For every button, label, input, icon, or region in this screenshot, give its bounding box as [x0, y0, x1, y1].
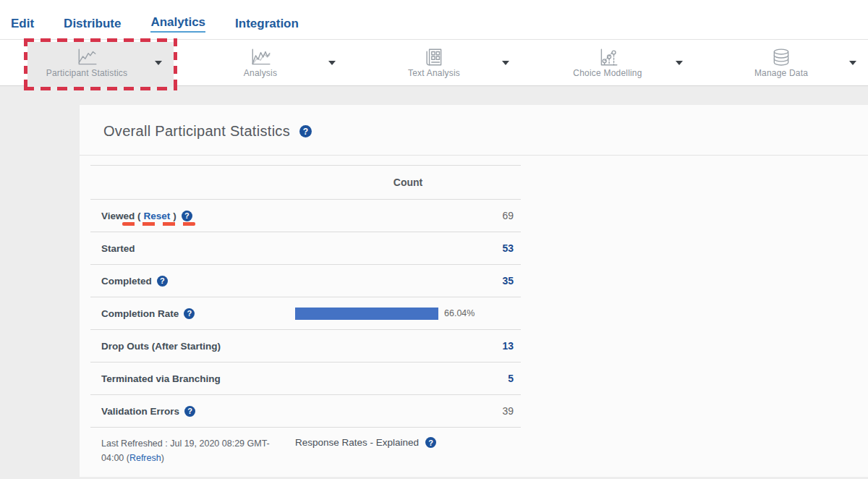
tool-text-analysis[interactable]: Text Analysis: [347, 40, 521, 85]
caret-down-icon[interactable]: [502, 61, 509, 65]
table-row-drop-outs: Drop Outs (After Starting) 13: [90, 330, 521, 363]
help-icon[interactable]: ?: [299, 125, 312, 137]
terminated-count: 5: [456, 373, 521, 384]
tool-analysis[interactable]: Analysis: [174, 40, 347, 85]
table-row-terminated: Terminated via Branching 5: [90, 363, 521, 395]
refresh-link[interactable]: Refresh: [129, 453, 161, 463]
tool-label: Analysis: [244, 68, 277, 78]
nav-item-integration[interactable]: Integration: [235, 17, 299, 33]
completion-rate-bar: [295, 308, 438, 320]
tool-choice-modelling[interactable]: Choice Modelling: [521, 40, 694, 85]
response-rates-explained-label: Response Rates - Explained: [295, 437, 419, 448]
table-row-completion-rate: Completion Rate ? 66.04%: [90, 297, 521, 330]
nav-item-distribute[interactable]: Distribute: [64, 17, 121, 33]
row-label: Drop Outs (After Starting): [90, 330, 295, 362]
annotation-dashed-underline: [122, 222, 195, 226]
drop-outs-count: 13: [456, 340, 521, 352]
viewed-label: Viewed (: [101, 211, 141, 221]
help-icon[interactable]: ?: [182, 211, 192, 221]
participant-statistics-icon: [76, 48, 98, 67]
survey-top-nav: Edit Distribute Analytics Integration: [0, 0, 868, 39]
row-label: Terminated via Branching: [90, 363, 295, 394]
validation-errors-count: 39: [456, 405, 521, 417]
choice-modelling-icon: [597, 48, 618, 67]
analysis-icon: [250, 48, 271, 67]
viewed-label-suffix: ): [173, 211, 176, 221]
caret-down-icon[interactable]: [328, 61, 336, 65]
started-count: 53: [456, 242, 521, 254]
row-label: Completed ?: [90, 265, 295, 297]
tool-label: Text Analysis: [408, 68, 460, 78]
table-row-completed: Completed ? 35: [90, 265, 521, 297]
help-icon[interactable]: ?: [184, 406, 195, 417]
table-footer-row: Last Refreshed : Jul 19, 2020 08:29 GMT-…: [90, 428, 521, 475]
count-column-header: Count: [295, 177, 521, 188]
completed-count: 35: [456, 275, 521, 287]
help-icon[interactable]: ?: [157, 276, 168, 287]
nav-item-edit[interactable]: Edit: [11, 17, 34, 33]
table-header-row: Count: [90, 166, 521, 200]
tool-manage-data[interactable]: Manage Data: [694, 40, 868, 85]
tool-label: Choice Modelling: [573, 68, 642, 78]
participant-stats-table: Count Viewed ( Reset ) ? 69 Started 53: [90, 165, 521, 475]
last-refreshed-text: Last Refreshed : Jul 19, 2020 08:29 GMT-…: [90, 436, 295, 465]
text-analysis-icon: [423, 48, 445, 67]
row-label: Validation Errors ?: [90, 395, 295, 427]
tool-label: Participant Statistics: [46, 68, 127, 78]
manage-data-icon: [770, 48, 792, 67]
help-icon[interactable]: ?: [184, 308, 195, 319]
viewed-count: 69: [456, 210, 521, 221]
row-label: Completion Rate ?: [90, 297, 295, 329]
row-label: Started: [90, 232, 295, 264]
annotation-dashed-box: [24, 38, 177, 42]
card-header: Overall Participant Statistics ?: [80, 105, 868, 156]
main-content: Overall Participant Statistics ? Count V…: [0, 86, 868, 477]
table-row-started: Started 53: [90, 232, 521, 265]
tool-label: Manage Data: [754, 68, 808, 78]
analytics-toolbar: Participant Statistics Analysis: [0, 39, 868, 86]
nav-item-analytics[interactable]: Analytics: [150, 15, 205, 33]
row-label: Viewed ( Reset ) ?: [90, 200, 295, 232]
completion-rate-percent: 66.04%: [444, 308, 475, 318]
help-icon[interactable]: ?: [425, 437, 436, 448]
caret-down-icon[interactable]: [849, 61, 856, 65]
overall-stats-card: Overall Participant Statistics ? Count V…: [80, 105, 868, 477]
caret-down-icon[interactable]: [676, 61, 683, 65]
tool-participant-statistics[interactable]: Participant Statistics: [0, 40, 174, 85]
caret-down-icon[interactable]: [155, 61, 162, 65]
table-row-viewed: Viewed ( Reset ) ? 69: [90, 200, 521, 232]
table-row-validation-errors: Validation Errors ? 39: [90, 395, 521, 428]
reset-link[interactable]: Reset: [144, 211, 171, 221]
page-title: Overall Participant Statistics: [103, 123, 290, 140]
